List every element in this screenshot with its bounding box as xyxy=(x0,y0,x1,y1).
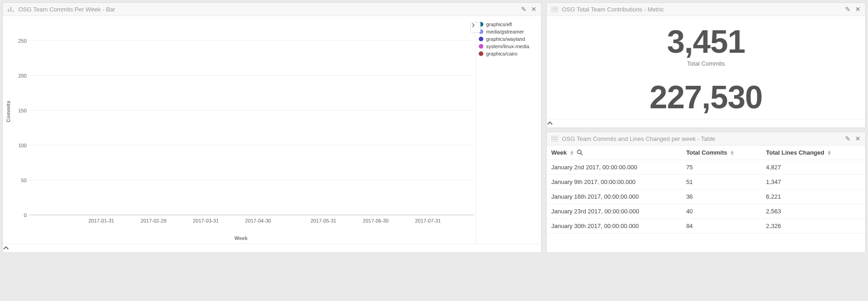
legend-item[interactable]: graphics/cairo xyxy=(479,50,535,57)
legend-item[interactable]: system/linux-media xyxy=(479,43,535,50)
table-cell-week: January 30th 2017, 00:00:00.000 xyxy=(547,219,682,234)
svg-rect-2 xyxy=(12,10,14,12)
y-tick-label: 150 xyxy=(12,108,27,113)
table-cell-week: January 23rd 2017, 00:00:00.000 xyxy=(547,204,682,219)
y-axis: 050100150200250 xyxy=(12,27,27,215)
panel-table: OSG Team Commits and Lines Changed per w… xyxy=(546,132,866,253)
close-icon[interactable]: ✕ xyxy=(855,6,861,13)
table-icon xyxy=(551,6,558,12)
legend-label: graphics/wayland xyxy=(486,36,525,42)
panel-bar-chart: OSG Team Commits Per Week - Bar ✎ ✕ Comm… xyxy=(2,2,542,253)
svg-point-13 xyxy=(577,150,581,154)
panel-title: OSG Team Commits and Lines Changed per w… xyxy=(562,135,715,142)
chart-plot-area[interactable] xyxy=(29,27,474,215)
svg-rect-3 xyxy=(551,6,558,12)
x-tick-label: 2017-03-31 xyxy=(193,218,218,223)
panel-header: OSG Team Commits Per Week - Bar ✎ ✕ xyxy=(3,3,541,16)
edit-icon[interactable]: ✎ xyxy=(845,135,851,142)
y-tick-label: 250 xyxy=(12,38,27,44)
metric-total-commits-label: Total Commits xyxy=(551,60,861,67)
search-icon[interactable] xyxy=(577,150,583,156)
panel-expand-toggle[interactable] xyxy=(3,244,541,252)
metric-lines-changed-value: 227,530 xyxy=(551,81,861,115)
legend-toggle[interactable] xyxy=(470,22,481,33)
x-axis: 2017-01-312017-02-282017-03-312017-04-30… xyxy=(29,218,474,232)
x-tick-label: 2017-06-30 xyxy=(363,218,388,223)
y-tick-label: 50 xyxy=(12,178,27,183)
x-tick-label: 2017-07-31 xyxy=(415,218,441,223)
panel-expand-toggle[interactable] xyxy=(547,119,865,128)
x-tick-label: 2017-02-28 xyxy=(140,218,166,223)
close-icon[interactable]: ✕ xyxy=(531,6,537,13)
panel-title: OSG Team Commits Per Week - Bar xyxy=(18,6,115,13)
table-cell-lines: 2,326 xyxy=(762,219,865,234)
close-icon[interactable]: ✕ xyxy=(855,135,861,142)
edit-icon[interactable]: ✎ xyxy=(521,6,526,13)
table-cell-commits: 40 xyxy=(682,204,762,219)
commits-table: Week ▲▼ Total Commits ▲▼ xyxy=(547,145,865,234)
table-cell-commits: 51 xyxy=(682,175,762,190)
table-icon xyxy=(551,136,558,142)
table-cell-commits: 75 xyxy=(682,160,762,175)
table-row[interactable]: January 16th 2017, 00:00:00.000366,221 xyxy=(547,190,865,204)
sort-icon[interactable]: ▲▼ xyxy=(570,150,574,156)
sort-icon[interactable]: ▲▼ xyxy=(827,150,832,156)
y-tick-label: 0 xyxy=(12,212,27,218)
legend-swatch xyxy=(479,44,483,49)
legend-swatch xyxy=(479,51,483,56)
y-axis-title: Commits xyxy=(6,100,11,122)
legend-item[interactable]: graphics/efl xyxy=(479,21,535,28)
legend-swatch xyxy=(479,37,483,41)
y-tick-label: 200 xyxy=(12,73,27,78)
table-cell-lines: 6,221 xyxy=(762,190,865,204)
panel-header: OSG Total Team Contributions - Metric ✎ … xyxy=(547,3,865,16)
table-row[interactable]: January 30th 2017, 00:00:00.000842,326 xyxy=(547,219,865,234)
legend-label: graphics/efl xyxy=(486,22,512,27)
column-header-week[interactable]: Week ▲▼ xyxy=(547,145,682,160)
table-cell-commits: 84 xyxy=(682,219,762,234)
svg-line-14 xyxy=(581,153,582,155)
table-cell-commits: 36 xyxy=(682,190,762,204)
table-row[interactable]: January 2nd 2017, 00:00:00.000754,827 xyxy=(547,160,865,175)
svg-rect-8 xyxy=(551,136,558,142)
table-cell-week: January 9th 2017, 00:00:00.000 xyxy=(547,175,682,190)
column-header-lines[interactable]: Total Lines Changed ▲▼ xyxy=(762,145,865,160)
table-cell-lines: 1,347 xyxy=(762,175,865,190)
chart-legend: graphics/eflmedia/gstreamergraphics/wayl… xyxy=(476,18,538,243)
edit-icon[interactable]: ✎ xyxy=(845,6,851,13)
x-tick-label: 2017-04-30 xyxy=(245,218,271,223)
table-row[interactable]: January 23rd 2017, 00:00:00.000402,563 xyxy=(547,204,865,219)
x-axis-title: Week xyxy=(235,235,248,241)
legend-item[interactable]: media/gstreamer xyxy=(479,28,535,35)
panel-title: OSG Total Team Contributions - Metric xyxy=(562,6,664,13)
legend-item[interactable]: graphics/wayland xyxy=(479,35,535,43)
x-tick-label: 2017-01-31 xyxy=(88,218,114,223)
panel-metric: OSG Total Team Contributions - Metric ✎ … xyxy=(546,2,866,128)
legend-label: system/linux-media xyxy=(486,44,529,49)
x-tick-label: 2017-05-31 xyxy=(310,218,336,223)
table-cell-week: January 16th 2017, 00:00:00.000 xyxy=(547,190,682,204)
metric-total-commits-value: 3,451 xyxy=(551,25,861,59)
column-header-commits[interactable]: Total Commits ▲▼ xyxy=(682,145,762,160)
panel-header: OSG Team Commits and Lines Changed per w… xyxy=(547,132,865,145)
sort-icon[interactable]: ▲▼ xyxy=(730,150,734,156)
table-cell-lines: 2,563 xyxy=(762,204,865,219)
y-tick-label: 100 xyxy=(12,143,27,148)
legend-label: graphics/cairo xyxy=(486,51,517,56)
table-cell-lines: 4,827 xyxy=(762,160,865,175)
legend-label: media/gstreamer xyxy=(486,29,524,34)
table-row[interactable]: January 9th 2017, 00:00:00.000511,347 xyxy=(547,175,865,190)
svg-rect-0 xyxy=(8,9,9,12)
svg-rect-1 xyxy=(10,7,11,12)
bar-chart-icon xyxy=(7,6,15,12)
table-cell-week: January 2nd 2017, 00:00:00.000 xyxy=(547,160,682,175)
